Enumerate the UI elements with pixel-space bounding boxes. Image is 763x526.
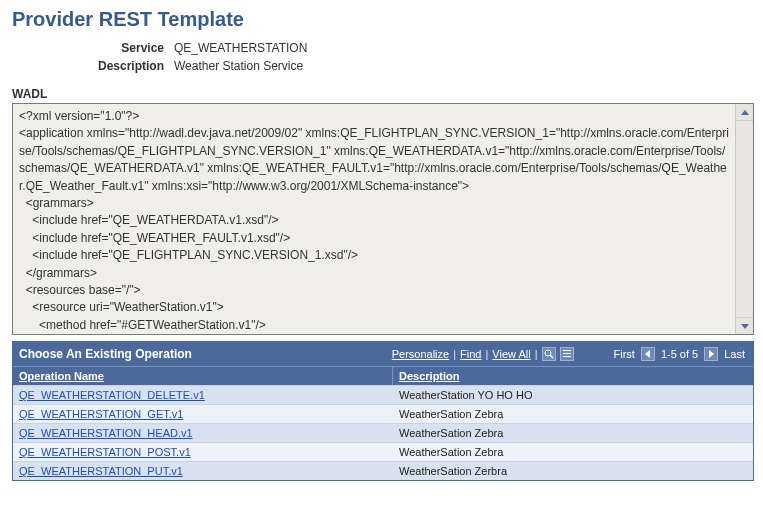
description-cell: WeatherSation Zebra	[393, 423, 753, 442]
find-link[interactable]: Find	[460, 348, 481, 360]
grid-rows: QE_WEATHERSTATION_DELETE.v1WeatherStatio…	[13, 385, 753, 480]
description-field: Description Weather Station Service	[4, 59, 759, 73]
operation-link[interactable]: QE_WEATHERSTATION_PUT.v1	[19, 465, 183, 477]
divider: |	[535, 348, 538, 360]
table-row: QE_WEATHERSTATION_PUT.v1WeatherSation Ze…	[13, 461, 753, 480]
col-header-description[interactable]: Description	[393, 367, 753, 385]
scroll-up-button[interactable]	[736, 104, 753, 121]
operation-link[interactable]: QE_WEATHERSTATION_POST.v1	[19, 446, 191, 458]
table-row: QE_WEATHERSTATION_HEAD.v1WeatherSation Z…	[13, 423, 753, 442]
view-all-link[interactable]: View All	[492, 348, 530, 360]
operation-link[interactable]: QE_WEATHERSTATION_HEAD.v1	[19, 427, 193, 439]
description-cell: WeatherSation Zebra	[393, 442, 753, 461]
description-value: Weather Station Service	[174, 59, 303, 73]
operations-grid: Choose An Existing Operation Personalize…	[12, 341, 754, 481]
service-value: QE_WEATHERSTATION	[174, 41, 307, 55]
divider: |	[485, 348, 488, 360]
last-link[interactable]: Last	[724, 348, 745, 360]
service-label: Service	[4, 41, 174, 55]
next-page-button[interactable]	[704, 347, 718, 361]
col-header-operation[interactable]: Operation Name	[13, 367, 393, 385]
operation-cell: QE_WEATHERSTATION_PUT.v1	[13, 461, 393, 480]
scroll-down-button[interactable]	[736, 317, 753, 334]
chevron-down-icon	[741, 324, 749, 329]
chevron-up-icon	[741, 110, 749, 115]
divider: |	[453, 348, 456, 360]
first-link[interactable]: First	[614, 348, 635, 360]
service-field: Service QE_WEATHERSTATION	[4, 41, 759, 55]
operation-cell: QE_WEATHERSTATION_POST.v1	[13, 442, 393, 461]
table-row: QE_WEATHERSTATION_POST.v1WeatherSation Z…	[13, 442, 753, 461]
table-row: QE_WEATHERSTATION_GET.v1WeatherSation Ze…	[13, 404, 753, 423]
column-header-row: Operation Name Description	[13, 366, 753, 385]
grid-title: Choose An Existing Operation	[19, 347, 192, 361]
chevron-right-icon	[709, 350, 714, 358]
description-cell: WeatherSation Zerbra	[393, 461, 753, 480]
download-icon[interactable]	[560, 347, 574, 361]
row-count: 1-5 of 5	[661, 348, 698, 360]
operation-cell: QE_WEATHERSTATION_DELETE.v1	[13, 385, 393, 404]
grid-tools: Personalize | Find | View All | First 1-…	[392, 347, 747, 361]
wadl-content[interactable]: <?xml version="1.0"?> <application xmlns…	[13, 104, 735, 334]
chevron-left-icon	[645, 350, 650, 358]
svg-line-1	[550, 355, 553, 358]
table-row: QE_WEATHERSTATION_DELETE.v1WeatherStatio…	[13, 385, 753, 404]
prev-page-button[interactable]	[641, 347, 655, 361]
zoom-icon[interactable]	[542, 347, 556, 361]
personalize-link[interactable]: Personalize	[392, 348, 449, 360]
description-label: Description	[4, 59, 174, 73]
operation-link[interactable]: QE_WEATHERSTATION_DELETE.v1	[19, 389, 205, 401]
wadl-textarea[interactable]: <?xml version="1.0"?> <application xmlns…	[12, 103, 754, 335]
operation-cell: QE_WEATHERSTATION_GET.v1	[13, 404, 393, 423]
description-cell: WeatherSation Zebra	[393, 404, 753, 423]
operation-link[interactable]: QE_WEATHERSTATION_GET.v1	[19, 408, 183, 420]
grid-header-bar: Choose An Existing Operation Personalize…	[13, 342, 753, 366]
page-title: Provider REST Template	[12, 8, 759, 31]
description-cell: WeatherStation YO HO HO	[393, 385, 753, 404]
wadl-label: WADL	[12, 87, 759, 101]
wadl-scrollbar[interactable]	[735, 104, 753, 334]
operation-cell: QE_WEATHERSTATION_HEAD.v1	[13, 423, 393, 442]
